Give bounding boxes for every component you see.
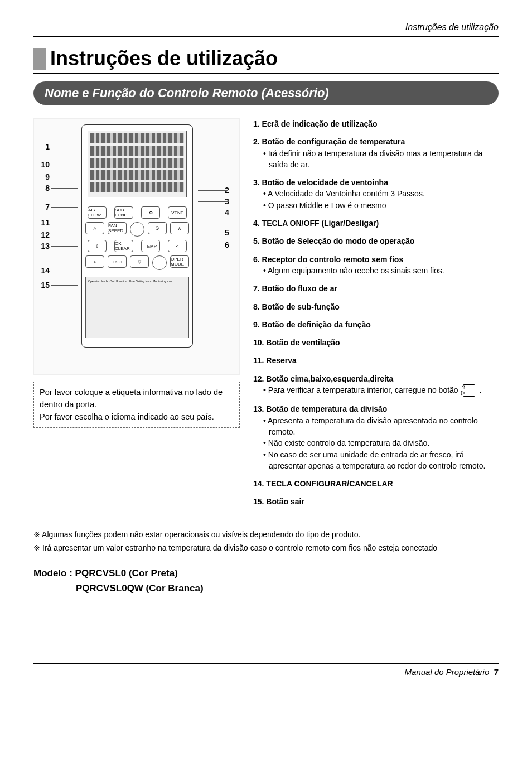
feature-name: Receptor do controlo remoto sem fios <box>262 255 404 264</box>
remote-button-6 <box>130 222 144 237</box>
room-temp-button-icon <box>463 384 475 397</box>
remote-button-4: △ <box>85 222 104 234</box>
model-block: Modelo : PQRCVSL0 (Cor Preta) PQRCVSL0QW… <box>33 566 499 596</box>
note-line1: Por favor coloque a etiqueta informativa… <box>40 387 234 411</box>
callout-right-4: 4 <box>225 208 238 217</box>
feature-num: 3. <box>253 178 262 187</box>
callout-left-13: 13 <box>36 242 50 250</box>
remote-button-16 <box>152 255 167 270</box>
feature-13: 13. Botão de temperatura da divisãoApres… <box>253 403 499 471</box>
model-line2: PQRCVSL0QW (Cor Branca) <box>76 581 499 596</box>
feature-name: Botão sair <box>266 497 304 506</box>
callout-left-8: 8 <box>36 184 50 192</box>
subtitle-bar: Nome e Função do Controlo Remoto (Acessó… <box>33 81 499 105</box>
callout-right-5: 5 <box>225 228 238 237</box>
feature-name: Reserva <box>266 356 297 365</box>
feature-14: 14. TECLA CONFIGURAR/CANCELAR <box>253 478 499 489</box>
feature-num: 2. <box>253 137 262 146</box>
title-block-icon <box>33 48 46 70</box>
top-rule <box>33 36 499 37</box>
feature-name: Botão cima,baixo,esquerda,direita <box>266 374 393 383</box>
note-1: ※ Algumas funções podem não estar operac… <box>33 530 499 539</box>
feature-num: 15. <box>253 497 266 506</box>
feature-name: TECLA CONFIGURAR/CANCELAR <box>266 479 393 488</box>
feature-1: 1. Ecrã de indicação de utilização <box>253 118 499 129</box>
remote-button-17: OPER MODE <box>170 255 189 268</box>
feature-num: 1. <box>253 119 262 128</box>
feature-name: Botão de configuração de temperatura <box>262 137 405 146</box>
remote-button-15: ▽ <box>130 255 149 268</box>
feature-4: 4. TECLA ON/OFF (Ligar/Desligar) <box>253 218 499 229</box>
footer-page: 7 <box>494 667 499 677</box>
remote-button-9: ⇧ <box>88 240 107 252</box>
remote-button-11: TEMP <box>141 240 160 252</box>
feature-num: 4. <box>253 219 262 228</box>
callout-right-6: 6 <box>225 240 238 249</box>
feature-name: Botão do fluxo de ar <box>262 284 337 293</box>
feature-6: 6. Receptor do controlo remoto sem fiosA… <box>253 254 499 277</box>
feature-sub: Não existe controlo da temperatura da di… <box>263 437 499 449</box>
feature-10: 10. Botão de ventilação <box>253 337 499 348</box>
remote-button-5: FAN SPEED <box>108 222 127 234</box>
feature-num: 13. <box>253 404 266 413</box>
note-2: ※ Irá apresentar um valor estranho na te… <box>33 543 499 552</box>
callout-left-11: 11 <box>36 218 50 227</box>
feature-5: 5. Botão de Selecção do modo de operação <box>253 235 499 247</box>
remote-body: AIR FLOWSUB FUNC⚙VENT△FAN SPEED⏲∧⇧OK CLE… <box>81 124 193 348</box>
remote-button-2: ⚙ <box>141 206 160 219</box>
bottom-notes: ※ Algumas funções podem não estar operac… <box>33 530 499 552</box>
remote-button-8: ∧ <box>170 222 189 234</box>
remote-buttons-area: AIR FLOWSUB FUNC⚙VENT△FAN SPEED⏲∧⇧OK CLE… <box>82 203 192 273</box>
callout-left-9: 9 <box>36 172 50 181</box>
note-box: Por favor coloque a etiqueta informativa… <box>33 382 240 428</box>
callout-left-14: 14 <box>36 266 50 275</box>
feature-sub: Irá definir não a temperatura da divisão… <box>263 148 499 171</box>
feature-num: 7. <box>253 284 262 293</box>
title-rule <box>33 73 499 74</box>
feature-9: 9. Botão de definição da função <box>253 319 499 330</box>
feature-12: 12. Botão cima,baixo,esquerda,direitaPar… <box>253 373 499 397</box>
feature-sub: Algum equipamento não recebe os sinais s… <box>263 265 499 276</box>
feature-name: Botão de ventilação <box>266 338 340 347</box>
remote-diagram: 1109871112131415 23456 AIR FLOWSUB FUNC⚙… <box>33 118 240 375</box>
running-head: Instruções de utilização <box>33 22 499 32</box>
feature-num: 5. <box>253 237 262 245</box>
remote-button-1: SUB FUNC <box>114 206 133 219</box>
feature-num: 11. <box>253 356 266 365</box>
remote-display-icon <box>88 131 187 197</box>
feature-num: 14. <box>253 479 266 488</box>
feature-name: Botão de sub-função <box>262 302 340 311</box>
feature-sub: No caso de ser uma unidade de entrada de… <box>263 449 499 472</box>
remote-button-10: OK CLEAR <box>114 240 133 252</box>
feature-sub: O passo Middle e Low é o mesmo <box>263 200 499 211</box>
note-line2: Por favor escolha o idioma indicado ao s… <box>40 411 234 423</box>
feature-sub: A Velocidade da Ventoinha contém 3 Passo… <box>263 188 499 199</box>
footer-text: Manual do Proprietário <box>405 667 490 677</box>
callout-left-10: 10 <box>36 160 50 169</box>
feature-sub: Apresenta a temperatura da divisão apres… <box>263 415 499 438</box>
feature-sub: Para verificar a temperatura interior, c… <box>263 384 499 397</box>
feature-15: 15. Botão sair <box>253 496 499 507</box>
model-line1: Modelo : PQRCVSL0 (Cor Preta) <box>33 568 178 578</box>
feature-num: 9. <box>253 320 262 329</box>
feature-8: 8. Botão de sub-função <box>253 301 499 312</box>
callout-left-12: 12 <box>36 230 50 239</box>
feature-num: 8. <box>253 302 262 311</box>
page-title: Instruções de utilização <box>50 47 278 70</box>
remote-button-3: VENT <box>168 206 187 219</box>
feature-name: Botão de definição da função <box>262 320 371 329</box>
remote-button-12: < <box>168 240 187 252</box>
callout-left-1: 1 <box>36 142 50 151</box>
footer: Manual do Proprietário 7 <box>33 663 499 677</box>
feature-num: 10. <box>253 338 266 347</box>
feature-11: 11. Reserva <box>253 355 499 366</box>
feature-name: Botão de temperatura da divisão <box>266 404 387 413</box>
feature-7: 7. Botão do fluxo de ar <box>253 283 499 294</box>
remote-button-13: > <box>85 255 104 268</box>
callout-left-15: 15 <box>36 281 50 290</box>
feature-name: Botão de Selecção do modo de operação <box>262 237 415 245</box>
feature-name: TECLA ON/OFF (Ligar/Desligar) <box>262 219 379 228</box>
remote-button-7: ⏲ <box>148 222 167 234</box>
feature-num: 6. <box>253 255 262 264</box>
callout-right-3: 3 <box>225 197 238 206</box>
